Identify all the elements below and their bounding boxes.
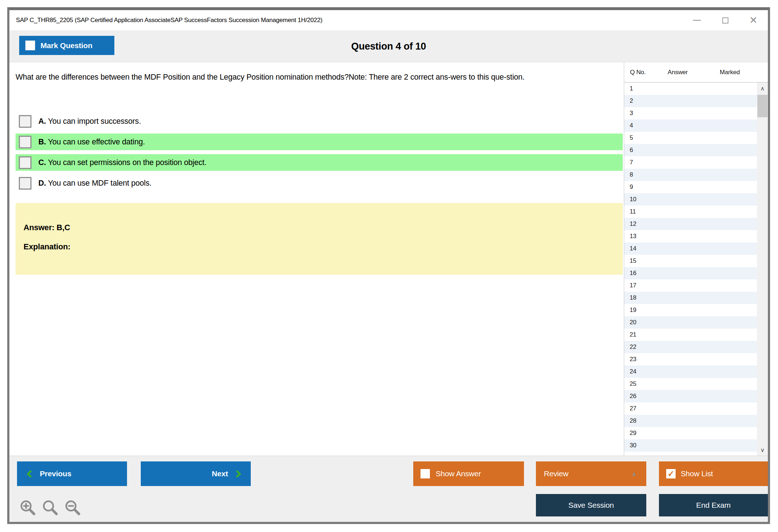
save-session-button[interactable]: Save Session bbox=[536, 494, 646, 516]
previous-button[interactable]: Previous bbox=[17, 461, 127, 486]
option-checkbox[interactable] bbox=[19, 156, 31, 169]
mark-question-checkbox[interactable] bbox=[25, 41, 35, 50]
question-list-row[interactable]: 18 bbox=[624, 292, 757, 304]
options-list: A. You can import successors. B. You can… bbox=[16, 113, 623, 195]
question-list-row[interactable]: 27 bbox=[624, 402, 757, 415]
option-b[interactable]: B. You can use effective dating. bbox=[16, 134, 623, 150]
mark-question-label: Mark Question bbox=[41, 41, 92, 50]
save-session-label: Save Session bbox=[568, 501, 614, 510]
question-list-row[interactable]: 14 bbox=[624, 242, 757, 255]
question-list-row[interactable]: 20 bbox=[624, 316, 757, 329]
question-list-row[interactable]: 8 bbox=[624, 169, 757, 181]
option-text: You can import successors. bbox=[48, 117, 141, 126]
column-header-qno: Q No. bbox=[630, 62, 646, 83]
cell-qno: 30 bbox=[624, 442, 657, 449]
question-list-row[interactable]: 19 bbox=[624, 304, 757, 316]
end-exam-button[interactable]: End Exam bbox=[659, 494, 768, 516]
question-list-row[interactable]: 1 bbox=[624, 83, 757, 95]
review-button[interactable]: Review ▲ bbox=[536, 461, 646, 486]
content-area: What are the differences between the MDF… bbox=[9, 62, 768, 456]
question-list-row[interactable]: 12 bbox=[624, 218, 757, 230]
minimize-button[interactable] bbox=[692, 15, 702, 25]
zoom-reset-button[interactable] bbox=[41, 499, 59, 517]
option-checkbox[interactable] bbox=[19, 177, 31, 190]
cell-qno: 11 bbox=[624, 208, 657, 215]
question-list-row[interactable]: 29 bbox=[624, 427, 757, 439]
show-answer-checkbox[interactable] bbox=[420, 469, 430, 478]
scroll-down-button[interactable]: ∨ bbox=[757, 444, 768, 456]
question-area: What are the differences between the MDF… bbox=[9, 62, 624, 456]
magnifier-icon bbox=[41, 499, 59, 517]
caret-up-icon: ▲ bbox=[631, 470, 637, 477]
column-header-answer: Answer bbox=[668, 62, 688, 83]
question-list-row[interactable]: 2 bbox=[624, 95, 757, 107]
show-list-checkbox[interactable]: ✓ bbox=[666, 469, 676, 478]
cell-qno: 23 bbox=[624, 356, 657, 363]
question-list-row[interactable]: 30 bbox=[624, 439, 757, 452]
option-checkbox[interactable] bbox=[19, 136, 31, 148]
option-checkbox[interactable] bbox=[19, 115, 31, 128]
option-text: You can use MDF talent pools. bbox=[48, 179, 152, 187]
question-list-row[interactable]: 21 bbox=[624, 329, 757, 341]
question-list-row[interactable]: 7 bbox=[624, 156, 757, 169]
question-list-row[interactable]: 25 bbox=[624, 378, 757, 390]
column-header-marked: Marked bbox=[720, 62, 740, 83]
cell-qno: 5 bbox=[624, 134, 657, 142]
minimize-icon bbox=[693, 20, 701, 21]
option-letter: B. bbox=[38, 138, 46, 146]
review-label: Review bbox=[544, 469, 568, 478]
cell-qno: 18 bbox=[624, 294, 657, 301]
question-list-row[interactable]: 13 bbox=[624, 230, 757, 242]
zoom-out-button[interactable] bbox=[64, 499, 82, 517]
option-letter: D. bbox=[38, 179, 46, 187]
scroll-up-button[interactable]: ∧ bbox=[757, 83, 768, 94]
zoom-in-button[interactable] bbox=[19, 499, 37, 517]
question-list-row[interactable]: 6 bbox=[624, 144, 757, 156]
question-list-row[interactable]: 23 bbox=[624, 353, 757, 366]
question-list-row[interactable]: 26 bbox=[624, 390, 757, 402]
question-list-row[interactable]: 5 bbox=[624, 132, 757, 144]
question-list-row[interactable]: 4 bbox=[624, 119, 757, 132]
close-button[interactable]: ✕ bbox=[748, 15, 758, 25]
next-label: Next bbox=[212, 469, 228, 478]
mark-question-button[interactable]: Mark Question bbox=[19, 36, 114, 55]
cell-qno: 2 bbox=[624, 97, 657, 105]
question-list-scrollbar[interactable]: ∧ ∨ bbox=[757, 83, 768, 456]
cell-qno: 8 bbox=[624, 171, 657, 178]
question-list-row[interactable]: 28 bbox=[624, 415, 757, 427]
cell-qno: 4 bbox=[624, 122, 657, 129]
scrollbar-thumb[interactable] bbox=[757, 95, 768, 117]
cell-qno: 1 bbox=[624, 85, 657, 92]
exam-window: SAP C_THR85_2205 (SAP Certified Applicat… bbox=[7, 7, 770, 524]
option-c[interactable]: C. You can set permissions on the positi… bbox=[16, 154, 623, 171]
cell-qno: 16 bbox=[624, 270, 657, 277]
question-list-row[interactable]: 16 bbox=[624, 267, 757, 279]
cell-qno: 14 bbox=[624, 245, 657, 252]
chevron-right-icon bbox=[233, 470, 241, 477]
question-list-row[interactable]: 9 bbox=[624, 181, 757, 193]
question-list-row[interactable]: 10 bbox=[624, 193, 757, 206]
question-list-row[interactable]: 3 bbox=[624, 107, 757, 119]
question-list-row[interactable]: 24 bbox=[624, 366, 757, 378]
question-list-row[interactable]: 22 bbox=[624, 341, 757, 353]
question-list-panel: Q No. Answer Marked 1 2 3 4 5 6 7 bbox=[624, 62, 768, 456]
question-list-header: Q No. Answer Marked bbox=[624, 62, 768, 83]
check-icon: ✓ bbox=[667, 470, 674, 478]
question-list-row[interactable]: 15 bbox=[624, 255, 757, 267]
cell-qno: 21 bbox=[624, 331, 657, 338]
question-list-row[interactable]: 11 bbox=[624, 206, 757, 218]
show-answer-button[interactable]: Show Answer bbox=[413, 461, 524, 486]
end-exam-label: End Exam bbox=[696, 501, 731, 510]
option-a[interactable]: A. You can import successors. bbox=[16, 113, 623, 130]
maximize-icon bbox=[722, 17, 728, 24]
show-list-button[interactable]: ✓ Show List bbox=[659, 461, 768, 486]
option-d[interactable]: D. You can use MDF talent pools. bbox=[16, 175, 623, 191]
close-icon: ✕ bbox=[749, 16, 757, 25]
cell-qno: 25 bbox=[624, 380, 657, 388]
maximize-button[interactable] bbox=[720, 15, 730, 25]
magnifier-minus-icon bbox=[64, 499, 82, 517]
cell-qno: 17 bbox=[624, 282, 657, 289]
question-counter: Question 4 of 10 bbox=[9, 30, 768, 62]
question-list-row[interactable]: 17 bbox=[624, 279, 757, 292]
next-button[interactable]: Next bbox=[141, 461, 251, 486]
